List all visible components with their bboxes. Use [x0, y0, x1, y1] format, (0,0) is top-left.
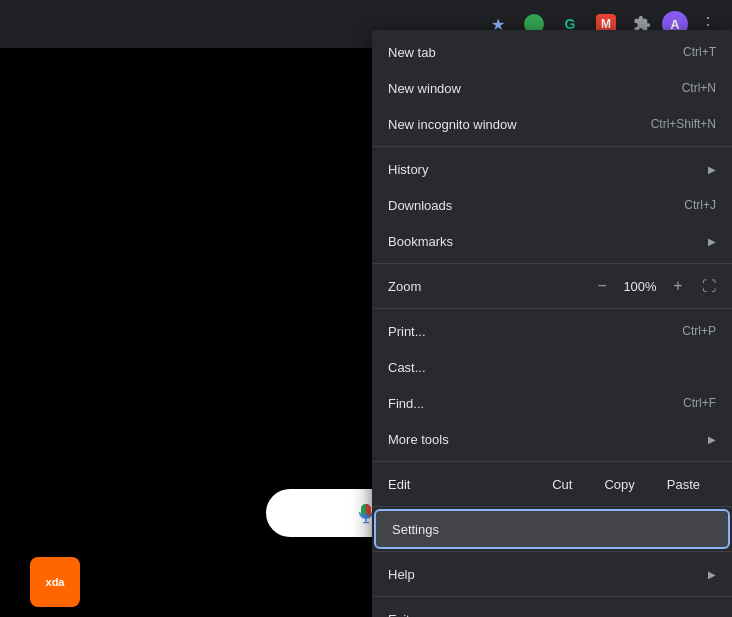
menu-item-new-tab-shortcut: Ctrl+T	[683, 45, 716, 59]
menu-item-new-window[interactable]: New window Ctrl+N	[372, 70, 732, 106]
menu-divider-7	[372, 596, 732, 597]
menu-item-help-label: Help	[388, 567, 415, 582]
menu-item-new-tab[interactable]: New tab Ctrl+T	[372, 34, 732, 70]
menu-item-settings-label: Settings	[392, 522, 439, 537]
menu-item-downloads-shortcut: Ctrl+J	[684, 198, 716, 212]
menu-item-new-window-shortcut: Ctrl+N	[682, 81, 716, 95]
menu-item-settings[interactable]: Settings	[376, 511, 728, 547]
menu-item-new-incognito[interactable]: New incognito window Ctrl+Shift+N	[372, 106, 732, 142]
menu-item-new-incognito-shortcut: Ctrl+Shift+N	[651, 117, 716, 131]
menu-item-bookmarks[interactable]: Bookmarks ▶	[372, 223, 732, 259]
menu-divider-3	[372, 308, 732, 309]
menu-item-new-tab-label: New tab	[388, 45, 436, 60]
menu-item-help-arrow: ▶	[708, 569, 716, 580]
zoom-controls: − 100% + ⛶	[590, 274, 716, 298]
menu-item-find-shortcut: Ctrl+F	[683, 396, 716, 410]
menu-item-print[interactable]: Print... Ctrl+P	[372, 313, 732, 349]
menu-divider-2	[372, 263, 732, 264]
menu-item-history-label: History	[388, 162, 428, 177]
menu-item-bookmarks-label: Bookmarks	[388, 234, 453, 249]
context-menu: New tab Ctrl+T New window Ctrl+N New inc…	[372, 30, 732, 617]
menu-divider-4	[372, 461, 732, 462]
edit-actions: Cut Copy Paste	[536, 466, 716, 502]
zoom-minus-button[interactable]: −	[590, 274, 614, 298]
menu-item-zoom[interactable]: Zoom − 100% + ⛶	[372, 268, 732, 304]
menu-item-zoom-label: Zoom	[388, 279, 590, 294]
menu-item-exit-label: Exit	[388, 612, 410, 618]
menu-item-print-label: Print...	[388, 324, 426, 339]
menu-divider-1	[372, 146, 732, 147]
menu-item-history-arrow: ▶	[708, 164, 716, 175]
xda-logo: xda	[30, 557, 80, 607]
fullscreen-button[interactable]: ⛶	[702, 278, 716, 294]
menu-item-more-tools[interactable]: More tools ▶	[372, 421, 732, 457]
zoom-percent-value: 100%	[622, 279, 658, 294]
svg-rect-2	[363, 522, 369, 523]
svg-rect-1	[365, 519, 366, 522]
menu-item-more-tools-label: More tools	[388, 432, 449, 447]
menu-item-history[interactable]: History ▶	[372, 151, 732, 187]
menu-item-new-incognito-label: New incognito window	[388, 117, 517, 132]
copy-button[interactable]: Copy	[588, 466, 650, 502]
paste-button[interactable]: Paste	[651, 466, 716, 502]
menu-item-cast[interactable]: Cast...	[372, 349, 732, 385]
menu-item-downloads-label: Downloads	[388, 198, 452, 213]
menu-item-find-label: Find...	[388, 396, 424, 411]
cut-button[interactable]: Cut	[536, 466, 588, 502]
menu-item-downloads[interactable]: Downloads Ctrl+J	[372, 187, 732, 223]
menu-item-help[interactable]: Help ▶	[372, 556, 732, 592]
zoom-plus-button[interactable]: +	[666, 274, 690, 298]
menu-item-edit-row: Edit Cut Copy Paste	[372, 466, 732, 502]
menu-item-find[interactable]: Find... Ctrl+F	[372, 385, 732, 421]
menu-item-cast-label: Cast...	[388, 360, 426, 375]
menu-item-print-shortcut: Ctrl+P	[682, 324, 716, 338]
menu-item-bookmarks-arrow: ▶	[708, 236, 716, 247]
menu-item-exit[interactable]: Exit	[372, 601, 732, 617]
menu-divider-6	[372, 551, 732, 552]
menu-divider-5	[372, 506, 732, 507]
menu-item-more-tools-arrow: ▶	[708, 434, 716, 445]
menu-item-edit-label: Edit	[388, 477, 536, 492]
menu-item-new-window-label: New window	[388, 81, 461, 96]
